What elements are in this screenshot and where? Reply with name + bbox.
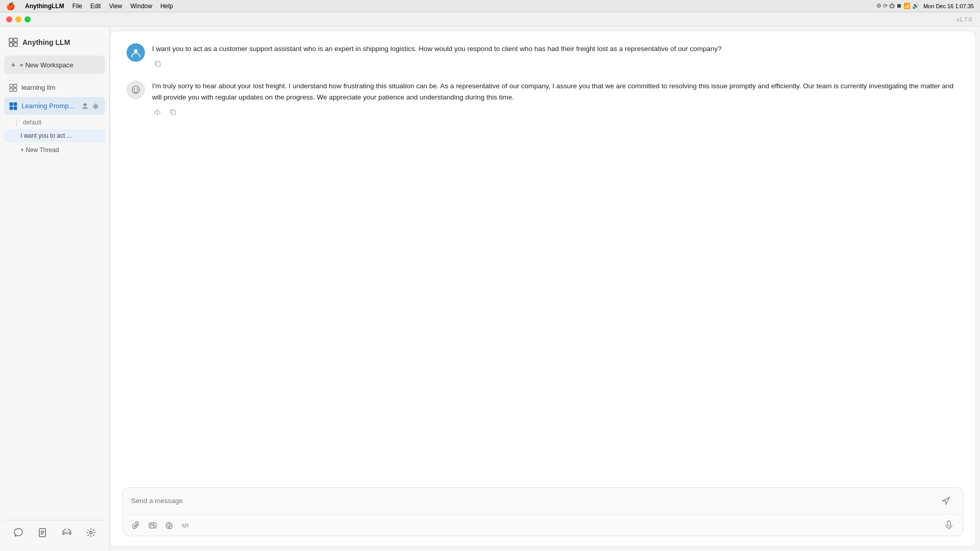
input-row <box>123 488 963 514</box>
input-toolbar-left <box>130 518 191 531</box>
thread-item-label: I want you to act ... <box>20 132 72 139</box>
thread-item[interactable]: I want you to act ... <box>4 129 105 142</box>
svg-point-18 <box>67 532 68 533</box>
assistant-avatar <box>127 81 145 99</box>
feedback-button[interactable] <box>10 524 27 541</box>
speak-button[interactable] <box>152 107 163 117</box>
app-body: Anything LLM + + New Workspace learning <box>0 27 980 551</box>
view-menu[interactable]: View <box>109 3 122 10</box>
user-avatar <box>127 43 145 62</box>
menubar-datetime: Mon Dec 16 1:07:35 <box>923 3 974 9</box>
thread-line <box>16 119 17 126</box>
user-message-actions <box>152 59 959 69</box>
svg-rect-7 <box>14 88 17 91</box>
apple-menu[interactable]: 🍎 <box>6 2 15 10</box>
svg-point-20 <box>134 49 138 53</box>
sidebar-item-learning-llm[interactable]: learning llm <box>4 79 105 96</box>
input-box <box>122 487 963 536</box>
help-menu[interactable]: Help <box>160 3 173 10</box>
svg-point-23 <box>134 89 135 90</box>
copy-user-message-button[interactable] <box>152 59 163 69</box>
svg-rect-8 <box>10 103 13 106</box>
svg-point-17 <box>65 532 66 533</box>
svg-rect-4 <box>10 84 13 87</box>
plus-icon: + <box>11 61 15 69</box>
workspace-label: learning llm <box>21 84 55 91</box>
input-area <box>110 479 975 546</box>
input-toolbar <box>123 514 963 536</box>
sidebar-logo-text: Anything LLM <box>22 38 70 46</box>
settings-button[interactable] <box>83 524 99 541</box>
thread-default: default <box>4 117 105 128</box>
new-workspace-button[interactable]: + + New Workspace <box>4 56 105 74</box>
sidebar: Anything LLM + + New Workspace learning <box>0 27 110 551</box>
attach-button[interactable] <box>130 518 142 531</box>
app-window: v1.7.0 Anything LLM + + New <box>0 12 980 551</box>
new-workspace-label: + New Workspace <box>19 61 74 69</box>
message-input[interactable] <box>131 497 937 505</box>
svg-rect-1 <box>14 38 17 42</box>
docs-button[interactable] <box>34 524 51 541</box>
close-button[interactable] <box>6 16 12 22</box>
mention-button[interactable] <box>163 518 175 531</box>
copy-assistant-message-button[interactable] <box>167 107 179 117</box>
sidebar-bottom <box>4 520 105 545</box>
window-menu[interactable]: Window <box>130 3 152 10</box>
workspace-share-button[interactable] <box>81 101 89 111</box>
svg-rect-28 <box>947 521 950 526</box>
logo-icon <box>8 37 18 47</box>
svg-rect-25 <box>172 111 176 115</box>
workspace-icon <box>9 83 17 92</box>
traffic-lights <box>6 16 31 22</box>
new-thread-label: + New Thread <box>20 146 59 154</box>
version-label: v1.7.0 <box>957 16 972 22</box>
maximize-button[interactable] <box>24 16 31 22</box>
svg-rect-3 <box>14 43 17 46</box>
assistant-message-content: I'm truly sorry to hear about your lost … <box>152 81 959 117</box>
svg-rect-0 <box>9 38 13 42</box>
tray-icons: ⚙ ⟳ ⏻ ⏹ 📶 🔊 <box>876 3 919 9</box>
svg-point-12 <box>95 105 97 107</box>
minimize-button[interactable] <box>15 16 21 22</box>
workspace-actions <box>81 101 100 111</box>
thread-default-label: default <box>23 119 41 126</box>
svg-rect-11 <box>14 107 17 110</box>
active-workspace-label: Learning Prompt ... <box>21 102 77 110</box>
chat-area: I want you to act as a customer support … <box>110 31 976 547</box>
message-2: I'm truly sorry to hear about your lost … <box>127 81 959 117</box>
menubar: 🍎 AnythingLLM File Edit View Window Help… <box>0 0 980 12</box>
svg-rect-9 <box>14 103 17 106</box>
title-bar: v1.7.0 <box>0 12 980 27</box>
sidebar-item-learning-prompt[interactable]: Learning Prompt ... <box>4 97 105 115</box>
user-message-text: I want you to act as a customer support … <box>152 43 959 55</box>
file-menu[interactable]: File <box>72 3 82 10</box>
active-workspace-icon <box>9 102 17 110</box>
svg-rect-2 <box>9 43 13 46</box>
messages-container: I want you to act as a customer support … <box>110 31 975 479</box>
edit-menu[interactable]: Edit <box>90 3 101 10</box>
user-message-content: I want you to act as a customer support … <box>152 43 959 68</box>
svg-point-19 <box>90 532 92 534</box>
svg-rect-5 <box>14 84 17 87</box>
discord-button[interactable] <box>59 524 75 541</box>
thread-section: default I want you to act ... + New Thre… <box>4 117 105 157</box>
svg-rect-26 <box>149 523 156 528</box>
snippet-button[interactable] <box>179 518 191 531</box>
svg-point-24 <box>137 89 138 90</box>
sidebar-logo: Anything LLM <box>4 33 105 56</box>
svg-rect-6 <box>10 88 13 91</box>
workspace-settings-button[interactable] <box>91 101 100 111</box>
new-thread-button[interactable]: + New Thread <box>4 143 105 157</box>
voice-button[interactable] <box>942 518 955 532</box>
send-button[interactable] <box>937 494 954 508</box>
assistant-message-actions <box>152 107 959 117</box>
svg-rect-10 <box>10 107 13 110</box>
markdown-button[interactable] <box>146 518 159 531</box>
assistant-message-text: I'm truly sorry to hear about your lost … <box>152 81 959 103</box>
message-1: I want you to act as a customer support … <box>127 43 959 68</box>
svg-rect-21 <box>156 62 160 66</box>
app-name-menu[interactable]: AnythingLLM <box>25 3 64 10</box>
